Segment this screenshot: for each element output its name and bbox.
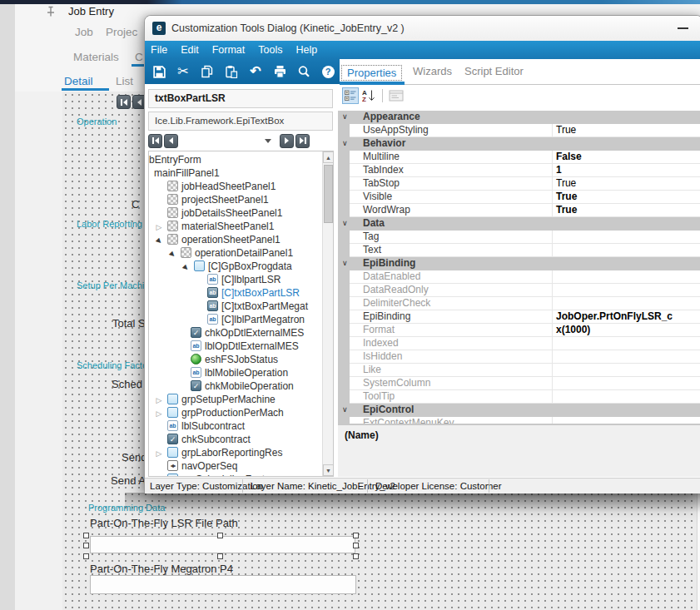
property-row[interactable]: DataEnabled (338, 270, 700, 284)
help-icon[interactable]: ? (320, 64, 335, 79)
save-icon[interactable] (151, 64, 166, 79)
property-row[interactable]: SystemColumn (338, 377, 700, 390)
tree-item[interactable]: ab[C]txtBoxPartMegat (149, 300, 324, 313)
property-value[interactable]: True (556, 124, 576, 136)
tab-wizards[interactable]: Wizards (413, 65, 452, 77)
property-row[interactable]: VisibleTrue (338, 191, 700, 204)
selection-handle[interactable] (353, 543, 359, 548)
nav-first-button[interactable] (117, 95, 131, 109)
tree-scrollbar[interactable]: ▲ ▼ (322, 151, 333, 476)
tree-item[interactable]: bEntryForm (149, 153, 324, 166)
property-row[interactable]: Formatx(1000) (338, 324, 700, 337)
property-row[interactable]: Text (338, 244, 700, 257)
tab-materials[interactable]: Materials (73, 51, 119, 63)
selection-handle[interactable] (83, 543, 89, 548)
tab-properties[interactable]: Properties (341, 65, 402, 81)
property-row[interactable]: EpiBindingJobOper.PrtOnFlyLSR_c (338, 310, 700, 324)
chevron-down-icon[interactable]: ∨ (342, 404, 348, 416)
property-row[interactable]: TabStopTrue (338, 177, 700, 191)
tree-item[interactable]: ab[C]txtBoxPartLSR (149, 286, 324, 300)
tree-item[interactable]: ▶operationDetailPanel1 (149, 246, 324, 260)
tree-item[interactable]: projectSheetPanel1 (149, 193, 324, 206)
tab-list[interactable]: List (116, 75, 133, 87)
copy-icon[interactable] (200, 64, 215, 79)
selection-handle[interactable] (217, 553, 223, 559)
tree-item[interactable]: ▷grpSetupPerMachine (149, 393, 324, 406)
tree-item[interactable]: mainFillPanel1 (149, 166, 324, 180)
tree-item[interactable]: jobDetailsSheetPanel1 (149, 206, 324, 220)
selection-handle[interactable] (353, 533, 359, 538)
alphabetical-sort-icon[interactable]: A Z (360, 87, 377, 104)
property-value[interactable]: 1 (556, 164, 562, 176)
paste-icon[interactable] (224, 64, 239, 79)
selection-handle[interactable] (217, 533, 223, 538)
chevron-down-icon[interactable]: ∨ (342, 111, 348, 123)
property-row[interactable]: Like (338, 364, 700, 377)
nav-first-button[interactable] (148, 134, 162, 148)
property-category[interactable]: ∨Data (338, 217, 700, 231)
chevron-down-icon[interactable]: ∨ (342, 137, 348, 150)
categorized-icon[interactable] (342, 87, 359, 104)
control-tree[interactable]: bEntryFormmainFillPanel1jobHeadSheetPane… (148, 151, 334, 477)
property-category[interactable]: ∨EpiControl (338, 404, 700, 417)
tree-item[interactable]: ▶[C]GpBoxProgdata (149, 260, 324, 273)
selected-control-name-box[interactable]: txtBoxPartLSR (148, 89, 333, 108)
scrollbar-thumb[interactable] (324, 165, 333, 223)
property-value[interactable]: x(1000) (556, 324, 590, 336)
tree-item[interactable]: ▶operationSheetPanel1 (149, 233, 324, 246)
pin-icon[interactable] (45, 6, 57, 21)
property-row[interactable]: MultilineFalse (338, 151, 700, 164)
expand-icon[interactable]: ▷ (154, 446, 164, 460)
chevron-down-icon[interactable] (265, 139, 271, 143)
menu-help[interactable]: Help (295, 44, 317, 56)
minimize-icon[interactable] (678, 27, 688, 29)
tab-detail[interactable]: Detail (64, 75, 93, 87)
property-value[interactable]: True (556, 204, 577, 216)
property-category[interactable]: ∨EpiBinding (338, 257, 700, 270)
tree-item[interactable]: ab[C]lblpartLSR (149, 273, 324, 286)
menu-file[interactable]: File (151, 44, 167, 56)
selection-handle[interactable] (353, 553, 359, 559)
tree-item[interactable]: ✓chkMobileOperation (149, 379, 324, 393)
menu-tools[interactable]: Tools (258, 44, 282, 56)
expand-icon[interactable]: ▷ (154, 393, 164, 407)
tree-item[interactable]: jobHeadSheetPanel1 (149, 180, 324, 193)
property-row[interactable]: TabIndex1 (338, 164, 700, 177)
tree-item[interactable]: ✓chkOpDtlExternalMES (149, 326, 324, 340)
expand-icon[interactable]: ▷ (154, 220, 164, 234)
property-row[interactable]: WordWrapTrue (338, 204, 700, 217)
selection-handle[interactable] (83, 553, 89, 559)
record-nav-background[interactable] (117, 95, 146, 109)
scroll-up-icon[interactable]: ▲ (323, 151, 334, 163)
tree-item[interactable]: ab[C]lblPartMegatron (149, 313, 324, 326)
nav-last-button[interactable] (295, 134, 310, 148)
property-row[interactable]: Indexed (338, 337, 700, 350)
property-row[interactable]: UseAppStylingTrue (338, 124, 700, 137)
expand-icon[interactable]: ▷ (154, 473, 164, 477)
property-row[interactable]: Tag (338, 231, 700, 244)
undo-icon[interactable]: ↶ (248, 64, 263, 79)
dialog-titlebar[interactable]: e Customization Tools Dialog (Kinetic_Jo… (145, 16, 700, 41)
tree-item[interactable]: ▷grpLaborReportingRes (149, 446, 324, 459)
print-icon[interactable] (272, 64, 287, 79)
part-on-the-fly-lsr-input[interactable] (90, 536, 355, 553)
tree-item[interactable]: ◂▸navOperSeq (149, 459, 324, 473)
property-category[interactable]: ∨Behavior (338, 137, 700, 151)
menu-edit[interactable]: Edit (181, 44, 199, 56)
property-value[interactable]: JobOper.PrtOnFlyLSR_c (556, 310, 673, 323)
tree-item[interactable]: ✓chkSubcontract (149, 433, 324, 446)
property-row[interactable]: ToolTip (338, 390, 700, 404)
chevron-down-icon[interactable]: ∨ (342, 217, 348, 230)
part-on-the-fly-megatron-input[interactable] (90, 575, 356, 594)
tab-operations-fragment[interactable]: C (135, 51, 143, 63)
property-category[interactable]: ∨Appearance (338, 111, 700, 124)
tree-item[interactable]: ablblOpDtlExternalMES (149, 340, 324, 353)
nav-previous-button[interactable] (164, 134, 178, 148)
tab-job[interactable]: Job (75, 26, 93, 38)
print-preview-icon[interactable] (296, 64, 311, 79)
tree-item[interactable]: eshFSJobStatus (149, 353, 324, 366)
tree-item[interactable]: ▷materialSheetPanel1 (149, 220, 324, 233)
expand-icon[interactable]: ▷ (154, 406, 164, 420)
cut-icon[interactable]: ✂ (176, 64, 191, 79)
property-row[interactable]: IsHidden (338, 350, 700, 364)
